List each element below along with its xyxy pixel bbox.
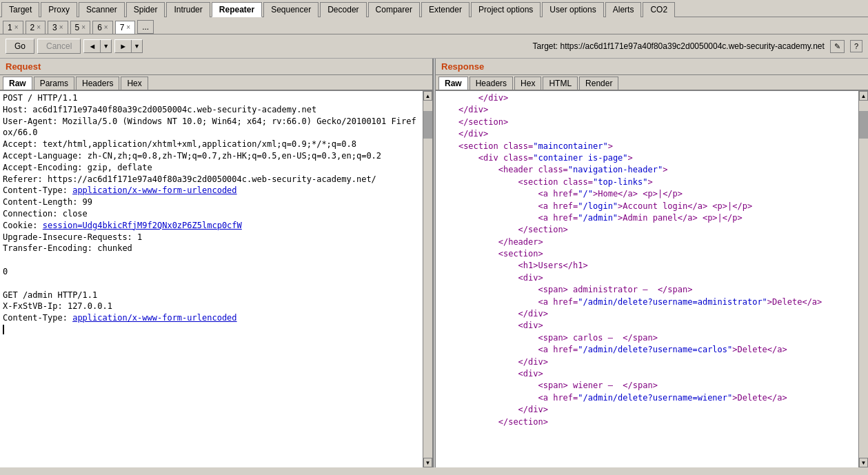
req-tab-1[interactable]: 1 ×	[3, 21, 23, 34]
req-tab-5-close[interactable]: ×	[81, 23, 85, 31]
tab-decoder[interactable]: Decoder	[320, 2, 366, 17]
main-tab-bar: Target Proxy Scanner Spider Intruder Rep…	[0, 0, 868, 17]
scroll-down-arrow[interactable]: ▼	[423, 458, 432, 467]
scroll-thumb[interactable]	[423, 111, 432, 139]
tab-spider[interactable]: Spider	[126, 2, 165, 17]
request-header: Request	[0, 59, 432, 75]
request-sub-tab-bar: Raw Params Headers Hex	[0, 75, 432, 91]
tab-sequencer[interactable]: Sequencer	[263, 2, 319, 17]
scroll-up-arrow[interactable]: ▲	[423, 91, 432, 101]
tab-project-options[interactable]: Project options	[471, 2, 541, 17]
request-panel: Request Raw Params Headers Hex POST / HT…	[0, 59, 433, 467]
tab-co2[interactable]: CO2	[643, 2, 675, 17]
tab-alerts[interactable]: Alerts	[605, 2, 642, 17]
next-button[interactable]: ►	[115, 40, 132, 52]
req-tab-more[interactable]: ...	[137, 20, 154, 34]
tab-repeater[interactable]: Repeater	[212, 2, 262, 17]
toolbar: Go Cancel ◄ ▼ ► ▼ Target: https://ac6d1f…	[0, 34, 868, 59]
req-headers-tab[interactable]: Headers	[76, 77, 119, 90]
resp-html-tab[interactable]: HTML	[543, 77, 578, 90]
req-tab-7-close[interactable]: ×	[126, 23, 130, 31]
response-header: Response	[436, 59, 868, 75]
tab-user-options[interactable]: User options	[542, 2, 603, 17]
resp-scroll-thumb[interactable]	[859, 111, 868, 139]
response-content-area: </div> </div> </section> </div> <section…	[436, 91, 868, 467]
req-tab-7-label: 7	[120, 23, 125, 32]
response-panel: Response Raw Headers Hex HTML Render </d…	[436, 59, 868, 467]
resp-render-tab[interactable]: Render	[579, 77, 618, 90]
prev-drop-button[interactable]: ▼	[101, 40, 111, 52]
tab-comparer[interactable]: Comparer	[368, 2, 420, 17]
response-text[interactable]: </div> </div> </section> </div> <section…	[436, 91, 858, 467]
request-content-area: POST / HTTP/1.1 Host: ac6d1f171e97a40f80…	[0, 91, 432, 467]
request-text[interactable]: POST / HTTP/1.1 Host: ac6d1f171e97a40f80…	[0, 91, 423, 467]
main-split-area: Request Raw Params Headers Hex POST / HT…	[0, 59, 868, 467]
req-hex-tab[interactable]: Hex	[121, 77, 148, 90]
req-tab-2-label: 2	[30, 23, 35, 32]
req-tab-7[interactable]: 7 ×	[115, 21, 136, 34]
response-scrollbar[interactable]: ▲ ▼	[858, 91, 868, 467]
req-tab-3-close[interactable]: ×	[59, 23, 63, 31]
req-tab-6-label: 6	[97, 23, 102, 32]
prev-button[interactable]: ◄	[84, 40, 101, 52]
prev-nav-group: ◄ ▼	[83, 39, 112, 53]
resp-scroll-down-arrow[interactable]: ▼	[859, 458, 868, 467]
req-tab-3-label: 3	[52, 23, 57, 32]
req-tab-1-close[interactable]: ×	[14, 23, 19, 31]
req-tab-2[interactable]: 2 ×	[26, 21, 46, 34]
resp-scroll-up-arrow[interactable]: ▲	[859, 91, 868, 101]
req-tab-6[interactable]: 6 ×	[92, 21, 113, 34]
tab-intruder[interactable]: Intruder	[166, 2, 210, 17]
req-tab-6-close[interactable]: ×	[104, 23, 108, 31]
req-tab-3[interactable]: 3 ×	[48, 21, 68, 34]
next-nav-group: ► ▼	[114, 39, 143, 53]
target-info: Target: https://ac6d1f171e97a40f80a39c2d…	[532, 41, 824, 51]
tab-extender[interactable]: Extender	[421, 2, 470, 17]
req-tab-2-close[interactable]: ×	[37, 23, 41, 31]
tab-target[interactable]: Target	[1, 2, 39, 17]
tab-proxy[interactable]: Proxy	[41, 2, 77, 17]
req-tab-1-label: 1	[8, 23, 12, 32]
req-tab-5-label: 5	[75, 23, 80, 32]
req-params-tab[interactable]: Params	[34, 77, 74, 90]
request-number-tab-bar: 1 × 2 × 3 × 5 × 6 × 7 × ...	[0, 17, 868, 34]
req-raw-tab[interactable]: Raw	[3, 77, 32, 90]
resp-raw-tab[interactable]: Raw	[438, 77, 468, 90]
go-button[interactable]: Go	[6, 39, 34, 54]
resp-headers-tab[interactable]: Headers	[470, 77, 513, 90]
next-drop-button[interactable]: ▼	[132, 40, 142, 52]
response-sub-tab-bar: Raw Headers Hex HTML Render	[436, 75, 868, 91]
help-button[interactable]: ?	[850, 40, 862, 52]
req-tab-5[interactable]: 5 ×	[70, 21, 91, 34]
edit-target-button[interactable]: ✎	[830, 40, 845, 53]
resp-hex-tab[interactable]: Hex	[514, 77, 541, 90]
cancel-button[interactable]: Cancel	[37, 39, 81, 54]
request-scrollbar[interactable]: ▲ ▼	[423, 91, 432, 467]
tab-scanner[interactable]: Scanner	[79, 2, 125, 17]
